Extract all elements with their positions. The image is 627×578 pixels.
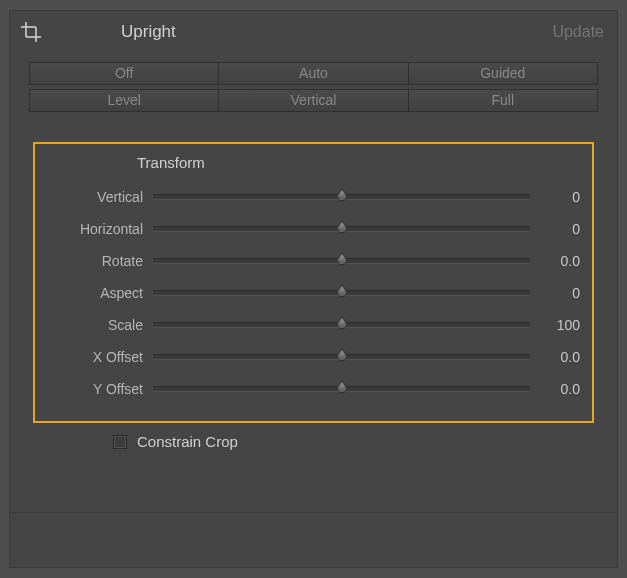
slider-value-rotate[interactable]: 0.0	[530, 253, 580, 269]
slider-label-aspect: Aspect	[35, 285, 153, 301]
slider-scale[interactable]	[153, 317, 530, 333]
slider-value-yoffset[interactable]: 0.0	[530, 381, 580, 397]
constrain-crop-label: Constrain Crop	[137, 433, 238, 450]
divider	[9, 512, 618, 513]
crop-icon[interactable]	[9, 22, 53, 42]
transform-section: Transform Vertical0Horizontal0Rotate0.0A…	[33, 142, 594, 423]
slider-knob-icon[interactable]	[334, 252, 350, 268]
slider-label-horizontal: Horizontal	[35, 221, 153, 237]
mode-level[interactable]: Level	[29, 89, 218, 112]
mode-guided[interactable]: Guided	[408, 62, 598, 85]
slider-knob-icon[interactable]	[334, 284, 350, 300]
slider-row-horizontal: Horizontal0	[35, 213, 580, 245]
constrain-crop-checkbox[interactable]	[113, 435, 127, 449]
panel-header: Upright Update	[9, 10, 618, 54]
slider-label-yoffset: Y Offset	[35, 381, 153, 397]
slider-row-vertical: Vertical0	[35, 181, 580, 213]
divider	[9, 567, 618, 568]
panel-title: Upright	[53, 22, 552, 42]
upright-mode-group: Off Auto Guided Level Vertical Full	[9, 54, 618, 112]
slider-row-rotate: Rotate0.0	[35, 245, 580, 277]
slider-horizontal[interactable]	[153, 221, 530, 237]
slider-label-xoffset: X Offset	[35, 349, 153, 365]
slider-knob-icon[interactable]	[334, 348, 350, 364]
slider-row-yoffset: Y Offset0.0	[35, 373, 580, 405]
slider-label-vertical: Vertical	[35, 189, 153, 205]
slider-value-horizontal[interactable]: 0	[530, 221, 580, 237]
constrain-crop-row: Constrain Crop	[9, 433, 618, 450]
mode-full[interactable]: Full	[408, 89, 598, 112]
slider-row-aspect: Aspect0	[35, 277, 580, 309]
upright-mode-row-2: Level Vertical Full	[29, 89, 598, 112]
slider-row-scale: Scale100	[35, 309, 580, 341]
slider-yoffset[interactable]	[153, 381, 530, 397]
slider-value-scale[interactable]: 100	[530, 317, 580, 333]
slider-row-xoffset: X Offset0.0	[35, 341, 580, 373]
upright-mode-row-1: Off Auto Guided	[29, 62, 598, 85]
slider-knob-icon[interactable]	[334, 188, 350, 204]
transform-panel: Upright Update Off Auto Guided Level Ver…	[9, 10, 618, 568]
slider-vertical[interactable]	[153, 189, 530, 205]
mode-auto[interactable]: Auto	[218, 62, 407, 85]
slider-value-vertical[interactable]: 0	[530, 189, 580, 205]
slider-rotate[interactable]	[153, 253, 530, 269]
mode-vertical[interactable]: Vertical	[218, 89, 407, 112]
update-button[interactable]: Update	[552, 23, 618, 41]
slider-knob-icon[interactable]	[334, 220, 350, 236]
slider-aspect[interactable]	[153, 285, 530, 301]
slider-knob-icon[interactable]	[334, 316, 350, 332]
slider-label-rotate: Rotate	[35, 253, 153, 269]
slider-knob-icon[interactable]	[334, 380, 350, 396]
transform-heading: Transform	[35, 154, 580, 171]
slider-xoffset[interactable]	[153, 349, 530, 365]
mode-off[interactable]: Off	[29, 62, 218, 85]
slider-label-scale: Scale	[35, 317, 153, 333]
slider-value-xoffset[interactable]: 0.0	[530, 349, 580, 365]
slider-value-aspect[interactable]: 0	[530, 285, 580, 301]
